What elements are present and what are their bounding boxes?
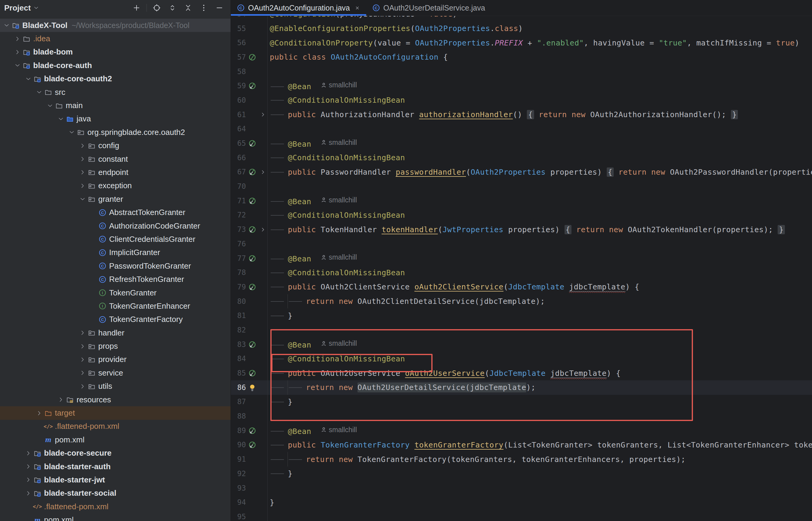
author-inlay-hint[interactable]: smallchill bbox=[320, 138, 357, 147]
tree-item-granter[interactable]: granter bbox=[0, 192, 231, 206]
chevron-down-icon[interactable] bbox=[14, 62, 21, 69]
chevron-right-icon[interactable] bbox=[58, 396, 64, 403]
code-line-61[interactable]: 61public AuthorizationHandler authorizat… bbox=[231, 108, 812, 122]
code-line-60[interactable]: 60@ConditionalOnMissingBean bbox=[231, 93, 812, 108]
tree-item-.flattened-pom.xml[interactable]: </>.flattened-pom.xml bbox=[0, 500, 231, 513]
tree-item-handler[interactable]: handler bbox=[0, 326, 231, 339]
line-number[interactable]: 61 bbox=[231, 111, 246, 119]
line-number[interactable]: 84 bbox=[231, 355, 246, 363]
code-line-95[interactable]: 95 bbox=[231, 509, 812, 521]
line-number[interactable]: 81 bbox=[231, 311, 246, 320]
chevron-right-icon[interactable] bbox=[79, 182, 86, 189]
tree-item-service[interactable]: service bbox=[0, 366, 231, 380]
chevron-down-icon[interactable] bbox=[3, 22, 10, 29]
chevron-down-icon[interactable] bbox=[47, 103, 54, 109]
line-number[interactable]: 95 bbox=[231, 513, 246, 521]
chevron-down-icon[interactable] bbox=[58, 116, 64, 122]
chevron-right-icon[interactable] bbox=[25, 476, 31, 483]
chevron-right-icon[interactable] bbox=[79, 383, 86, 390]
tree-item-blade-bom[interactable]: blade-bom bbox=[0, 45, 231, 59]
tree-item-implicitgranter[interactable]: CImplicitGranter bbox=[0, 246, 231, 259]
code-line-87[interactable]: 87} bbox=[231, 395, 812, 409]
tree-item-authorizationcodegranter[interactable]: CAuthorizationCodeGranter bbox=[0, 219, 231, 232]
chevron-right-icon[interactable] bbox=[36, 410, 43, 416]
code-line-83[interactable]: 83@Beansmallchill bbox=[231, 337, 812, 352]
tree-item-.idea[interactable]: .idea bbox=[0, 32, 231, 45]
chevron-right-icon[interactable] bbox=[79, 343, 86, 349]
code-line-93[interactable]: 93 bbox=[231, 481, 812, 495]
code-line-57[interactable]: 57public class OAuth2AutoConfiguration { bbox=[231, 50, 812, 64]
code-line-94[interactable]: 94} bbox=[231, 495, 812, 509]
line-number[interactable]: 88 bbox=[231, 412, 246, 421]
spring-bean-icon[interactable] bbox=[246, 53, 259, 61]
code-line-58[interactable]: 58 bbox=[231, 64, 812, 79]
chevron-right-icon[interactable] bbox=[79, 369, 86, 376]
fold-icon[interactable] bbox=[259, 165, 268, 180]
code-line-59[interactable]: 59@Beansmallchill bbox=[231, 78, 812, 93]
tree-item-exception[interactable]: exception bbox=[0, 179, 231, 192]
line-number[interactable]: 57 bbox=[231, 53, 246, 62]
tree-item-props[interactable]: props bbox=[0, 339, 231, 353]
code-line-85[interactable]: 85public OAuth2UserService oAuth2UserSer… bbox=[231, 366, 812, 380]
line-number[interactable]: 72 bbox=[231, 211, 246, 219]
code-line-89[interactable]: 89@Beansmallchill bbox=[231, 424, 812, 438]
author-inlay-hint[interactable]: smallchill bbox=[320, 196, 357, 204]
tree-item-tokengranter[interactable]: ITokenGranter bbox=[0, 286, 231, 299]
line-number[interactable]: 60 bbox=[231, 96, 246, 105]
spring-bean-icon[interactable] bbox=[246, 427, 259, 435]
line-number[interactable]: 82 bbox=[231, 326, 246, 334]
author-inlay-hint[interactable]: smallchill bbox=[320, 339, 357, 347]
tree-item-blade-starter-auth[interactable]: blade-starter-auth bbox=[0, 460, 231, 473]
tree-item-.flattened-pom.xml[interactable]: </>.flattened-pom.xml bbox=[0, 420, 231, 433]
tree-item-src[interactable]: src bbox=[0, 86, 231, 99]
spring-bean-icon[interactable] bbox=[246, 254, 259, 262]
code-line-84[interactable]: 84@ConditionalOnMissingBean bbox=[231, 352, 812, 366]
tree-item-blade-core-secure[interactable]: blade-core-secure bbox=[0, 447, 231, 460]
tree-item-tokengranterenhancer[interactable]: ITokenGranterEnhancer bbox=[0, 299, 231, 313]
spring-bean-icon[interactable] bbox=[246, 441, 259, 449]
line-number[interactable]: 67 bbox=[231, 168, 246, 176]
chevron-down-icon[interactable] bbox=[36, 89, 43, 95]
tree-item-resources[interactable]: resources bbox=[0, 393, 231, 406]
tree-item-pom.xml[interactable]: mpom.xml bbox=[0, 513, 231, 521]
chevron-right-icon[interactable] bbox=[25, 490, 31, 497]
tree-item-main[interactable]: main bbox=[0, 99, 231, 112]
author-inlay-hint[interactable]: smallchill bbox=[320, 253, 357, 262]
code-line-66[interactable]: 66@ConditionalOnMissingBean bbox=[231, 151, 812, 165]
add-icon[interactable] bbox=[131, 2, 142, 14]
editor-tab-oauth2autoconfiguration.java[interactable]: COAuth2AutoConfiguration.java bbox=[231, 0, 366, 16]
line-number[interactable]: 65 bbox=[231, 139, 246, 148]
code-line-88[interactable]: 88 bbox=[231, 409, 812, 424]
spring-bean-icon[interactable] bbox=[246, 82, 259, 90]
hide-panel-icon[interactable] bbox=[214, 2, 225, 14]
code-line-86[interactable]: 86return new OAuth2UserDetailService(jdb… bbox=[231, 380, 812, 395]
line-number[interactable]: 79 bbox=[231, 283, 246, 291]
code-line-82[interactable]: 82 bbox=[231, 323, 812, 337]
chevron-right-icon[interactable] bbox=[25, 450, 31, 457]
chevron-right-icon[interactable] bbox=[79, 169, 86, 176]
spring-bean-icon[interactable] bbox=[246, 139, 259, 147]
chevron-down-icon[interactable] bbox=[33, 5, 39, 11]
code-line-78[interactable]: 78@ConditionalOnMissingBean bbox=[231, 265, 812, 280]
code-line-73[interactable]: 73public TokenHandler tokenHandler(JwtPr… bbox=[231, 222, 812, 237]
line-number[interactable]: 91 bbox=[231, 455, 246, 463]
code-line-71[interactable]: 71@Beansmallchill bbox=[231, 194, 812, 208]
spring-bean-icon[interactable] bbox=[246, 168, 259, 176]
tree-item-refreshtokengranter[interactable]: CRefreshTokenGranter bbox=[0, 273, 231, 286]
code-line-81[interactable]: 81} bbox=[231, 309, 812, 323]
tree-item-bladex-tool[interactable]: BladeX-Tool~/Workspaces/product/BladeX-T… bbox=[0, 19, 231, 32]
chevron-right-icon[interactable] bbox=[79, 156, 86, 162]
line-number[interactable]: 58 bbox=[231, 67, 246, 76]
locate-icon[interactable] bbox=[151, 2, 163, 14]
line-number[interactable]: 90 bbox=[231, 440, 246, 449]
code-line-56[interactable]: 56@ConditionalOnProperty(value = OAuth2P… bbox=[231, 36, 812, 50]
chevron-right-icon[interactable] bbox=[14, 49, 21, 55]
line-number[interactable]: 80 bbox=[231, 297, 246, 306]
line-number[interactable]: 87 bbox=[231, 398, 246, 406]
chevron-right-icon[interactable] bbox=[14, 36, 21, 42]
tree-item-tokengranterfactory[interactable]: CTokenGranterFactory bbox=[0, 313, 231, 326]
tree-item-passwordtokengranter[interactable]: CPasswordTokenGranter bbox=[0, 259, 231, 273]
code-line-76[interactable]: 76 bbox=[231, 237, 812, 251]
chevron-down-icon[interactable] bbox=[79, 196, 86, 202]
code-line-80[interactable]: 80return new OAuth2ClientDetailService(j… bbox=[231, 294, 812, 309]
